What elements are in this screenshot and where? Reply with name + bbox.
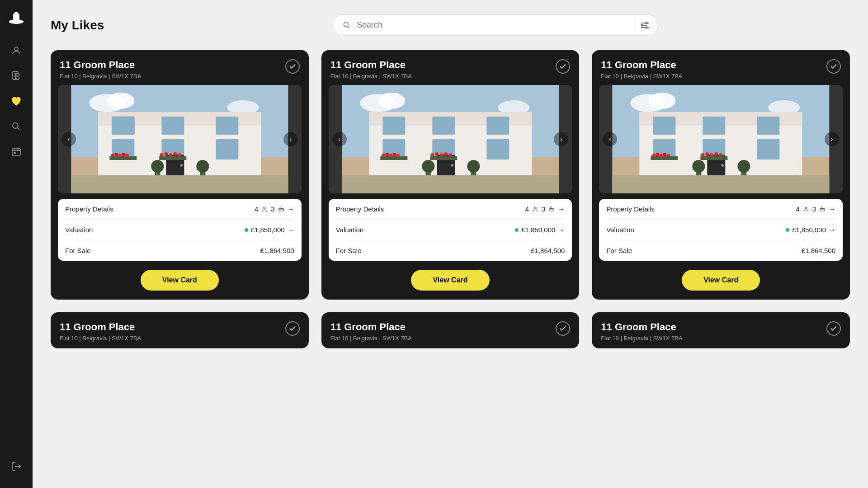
svg-point-11 [646,22,647,23]
svg-point-122 [738,160,750,173]
sidebar-item-documents[interactable] [0,63,33,89]
valuation-dot-1 [245,228,248,232]
svg-point-117 [715,152,718,156]
card-header-1: 11 Groom Place Flat 10 | Belgravia | SW1… [51,50,309,85]
sidebar-item-calendar[interactable] [0,139,33,164]
svg-point-54 [264,207,265,209]
image-prev-2[interactable]: ‹ [332,132,347,146]
card-details-3: Property Details 4 3 → Valuation £1,850,… [599,199,843,261]
bottom-card-title-3: 11 Groom Place [601,321,682,333]
card-check-3[interactable] [826,59,841,74]
filter-button[interactable] [634,21,649,30]
image-next-3[interactable]: › [825,132,839,146]
image-next-1[interactable]: › [283,132,298,146]
card-image-1: ‹ › [58,85,302,193]
svg-rect-28 [161,117,184,135]
card-image-2: ‹ › [329,85,572,193]
for-sale-row-1: For Sale £1,864,500 [65,240,294,261]
for-sale-value-3: £1,864,500 [802,247,835,254]
arrow-1: → [288,205,294,213]
person-icon-1 [261,206,268,213]
valuation-label-1: Valuation [65,226,93,234]
logo[interactable] [7,9,25,27]
svg-point-36 [111,154,114,157]
property-image-svg-1 [58,85,302,193]
bottom-check-icon-2 [559,324,567,333]
property-card-3: 11 Groom Place Flat 10 | Belgravia | SW1… [592,50,850,300]
svg-point-74 [389,154,392,157]
bottom-card-info-3: 11 Groom Place Flat 10 | Belgravia | SW1… [601,321,682,342]
view-card-button-3[interactable]: View Card [682,270,760,291]
bottom-card-2: 11 Groom Place Flat 10 | Belgravia | SW1… [321,312,580,348]
bottom-card-check-2[interactable] [556,321,570,336]
sidebar-item-logout[interactable] [0,454,33,479]
filter-icon [640,21,649,30]
view-card-button-1[interactable]: View Card [141,270,219,291]
valuation-row-3: Valuation £1,850,000 → [606,220,835,240]
svg-point-39 [122,153,125,156]
main-content: My Likes [33,0,868,488]
bottom-check-icon-3 [830,324,838,333]
card-title-1: 11 Groom Place [60,59,141,71]
svg-rect-101 [757,117,780,135]
svg-rect-32 [216,139,238,160]
svg-point-75 [392,153,396,156]
valuation-dot-3 [786,228,789,232]
property-image-svg-3 [599,85,843,193]
bottom-cards-grid: 11 Groom Place Flat 10 | Belgravia | SW1… [51,312,850,348]
svg-point-108 [652,154,656,157]
card-subtitle-3: Flat 10 | Belgravia | SW1X 7BA [601,73,682,80]
svg-rect-63 [382,117,405,135]
svg-point-120 [693,160,705,173]
svg-point-42 [160,153,163,157]
svg-point-115 [706,152,709,156]
bottom-card-subtitle-1: Flat 10 | Belgravia | SW1X 7BA [60,335,141,342]
svg-point-80 [439,153,443,157]
svg-point-9 [344,22,348,27]
svg-point-48 [151,160,164,173]
image-prev-3[interactable]: ‹ [603,132,617,146]
image-prev-1[interactable]: ‹ [61,132,76,146]
card-check-2[interactable] [556,59,570,74]
svg-rect-65 [486,117,509,135]
for-sale-value-1: £1,864,500 [260,247,294,254]
sidebar-item-profile[interactable] [0,38,33,63]
check-icon-2 [559,62,567,70]
page-title: My Likes [51,18,141,33]
valuation-row-1: Valuation £1,850,000 → [65,220,294,240]
property-details-value-3: 4 3 → [796,205,835,213]
bottom-card-check-1[interactable] [285,321,300,336]
svg-point-109 [656,153,660,156]
sidebar [0,0,33,488]
search-container [333,14,658,36]
svg-rect-8 [14,152,15,154]
view-card-button-2[interactable]: View Card [411,270,489,291]
for-sale-label-2: For Sale [336,247,362,254]
for-sale-label-1: For Sale [65,247,91,254]
valuation-label-3: Valuation [606,226,634,234]
sidebar-item-search[interactable] [0,114,33,139]
card-info-1: 11 Groom Place Flat 10 | Belgravia | SW1… [60,59,141,80]
svg-point-78 [430,153,434,157]
svg-point-59 [378,93,405,109]
svg-point-6 [13,123,18,128]
svg-rect-64 [432,117,455,135]
svg-point-76 [396,154,400,157]
svg-point-40 [125,154,129,157]
search-input[interactable] [357,20,628,30]
image-next-2[interactable]: › [554,132,568,146]
svg-point-12 [646,27,647,28]
bottom-card-check-3[interactable] [826,321,841,336]
svg-point-37 [114,153,118,156]
bottom-card-title-1: 11 Groom Place [60,321,141,333]
svg-point-3 [14,47,18,51]
svg-rect-41 [159,156,186,160]
bottom-card-subtitle-3: Flat 10 | Belgravia | SW1X 7BA [601,335,682,342]
svg-point-38 [118,154,122,157]
bottom-card-3: 11 Groom Place Flat 10 | Belgravia | SW1… [592,312,850,348]
card-check-1[interactable] [285,59,300,74]
svg-point-106 [722,164,724,167]
sidebar-item-likes[interactable] [0,89,33,114]
property-card-1: 11 Groom Place Flat 10 | Belgravia | SW1… [51,50,309,300]
card-title-3: 11 Groom Place [601,59,682,71]
